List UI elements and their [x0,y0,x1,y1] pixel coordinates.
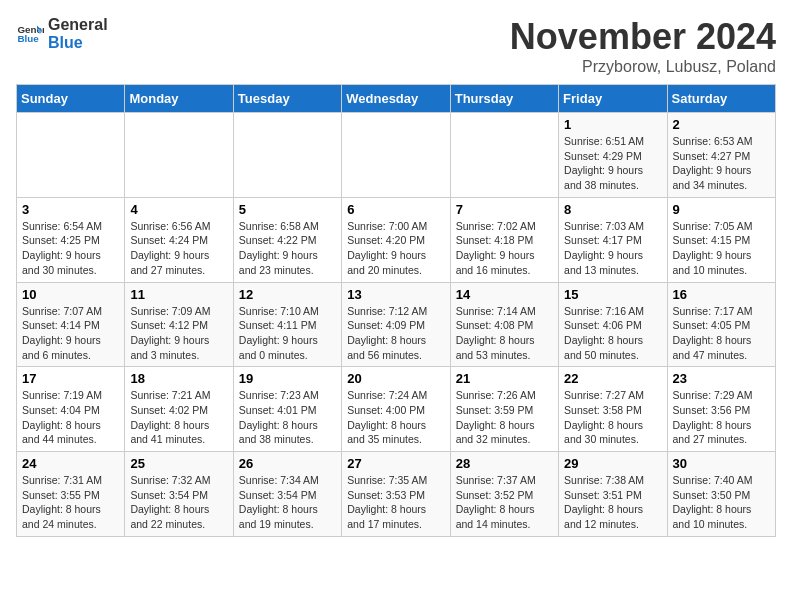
day-number: 7 [456,202,553,217]
day-number: 8 [564,202,661,217]
day-number: 20 [347,371,444,386]
calendar-cell: 19Sunrise: 7:23 AM Sunset: 4:01 PM Dayli… [233,367,341,452]
day-info: Sunrise: 7:27 AM Sunset: 3:58 PM Dayligh… [564,388,661,447]
day-number: 14 [456,287,553,302]
calendar-cell: 22Sunrise: 7:27 AM Sunset: 3:58 PM Dayli… [559,367,667,452]
day-info: Sunrise: 7:32 AM Sunset: 3:54 PM Dayligh… [130,473,227,532]
day-info: Sunrise: 7:19 AM Sunset: 4:04 PM Dayligh… [22,388,119,447]
week-row-2: 3Sunrise: 6:54 AM Sunset: 4:25 PM Daylig… [17,197,776,282]
logo-icon: General Blue [16,20,44,48]
calendar-cell: 24Sunrise: 7:31 AM Sunset: 3:55 PM Dayli… [17,452,125,537]
calendar-cell: 23Sunrise: 7:29 AM Sunset: 3:56 PM Dayli… [667,367,775,452]
day-info: Sunrise: 7:12 AM Sunset: 4:09 PM Dayligh… [347,304,444,363]
calendar-cell: 13Sunrise: 7:12 AM Sunset: 4:09 PM Dayli… [342,282,450,367]
day-number: 16 [673,287,770,302]
day-number: 13 [347,287,444,302]
week-row-5: 24Sunrise: 7:31 AM Sunset: 3:55 PM Dayli… [17,452,776,537]
day-number: 6 [347,202,444,217]
day-number: 1 [564,117,661,132]
day-info: Sunrise: 7:14 AM Sunset: 4:08 PM Dayligh… [456,304,553,363]
day-number: 28 [456,456,553,471]
day-number: 22 [564,371,661,386]
calendar-cell: 5Sunrise: 6:58 AM Sunset: 4:22 PM Daylig… [233,197,341,282]
day-number: 2 [673,117,770,132]
calendar-cell [233,113,341,198]
week-row-1: 1Sunrise: 6:51 AM Sunset: 4:29 PM Daylig… [17,113,776,198]
calendar-cell [342,113,450,198]
calendar-cell: 20Sunrise: 7:24 AM Sunset: 4:00 PM Dayli… [342,367,450,452]
calendar-cell [17,113,125,198]
logo-line2: Blue [48,34,108,52]
day-number: 11 [130,287,227,302]
calendar-cell: 30Sunrise: 7:40 AM Sunset: 3:50 PM Dayli… [667,452,775,537]
day-info: Sunrise: 7:37 AM Sunset: 3:52 PM Dayligh… [456,473,553,532]
calendar-cell: 16Sunrise: 7:17 AM Sunset: 4:05 PM Dayli… [667,282,775,367]
weekday-header-friday: Friday [559,85,667,113]
day-number: 15 [564,287,661,302]
calendar-cell: 25Sunrise: 7:32 AM Sunset: 3:54 PM Dayli… [125,452,233,537]
calendar-cell: 18Sunrise: 7:21 AM Sunset: 4:02 PM Dayli… [125,367,233,452]
day-number: 27 [347,456,444,471]
svg-text:Blue: Blue [17,33,39,44]
day-number: 25 [130,456,227,471]
calendar-cell: 21Sunrise: 7:26 AM Sunset: 3:59 PM Dayli… [450,367,558,452]
day-info: Sunrise: 6:51 AM Sunset: 4:29 PM Dayligh… [564,134,661,193]
day-number: 4 [130,202,227,217]
calendar-cell: 9Sunrise: 7:05 AM Sunset: 4:15 PM Daylig… [667,197,775,282]
day-number: 17 [22,371,119,386]
calendar-cell: 10Sunrise: 7:07 AM Sunset: 4:14 PM Dayli… [17,282,125,367]
calendar-cell: 2Sunrise: 6:53 AM Sunset: 4:27 PM Daylig… [667,113,775,198]
day-info: Sunrise: 6:56 AM Sunset: 4:24 PM Dayligh… [130,219,227,278]
weekday-header-row: SundayMondayTuesdayWednesdayThursdayFrid… [17,85,776,113]
calendar-cell: 3Sunrise: 6:54 AM Sunset: 4:25 PM Daylig… [17,197,125,282]
calendar-cell [450,113,558,198]
calendar-cell [125,113,233,198]
day-info: Sunrise: 7:40 AM Sunset: 3:50 PM Dayligh… [673,473,770,532]
day-info: Sunrise: 7:09 AM Sunset: 4:12 PM Dayligh… [130,304,227,363]
calendar-cell: 4Sunrise: 6:56 AM Sunset: 4:24 PM Daylig… [125,197,233,282]
day-number: 18 [130,371,227,386]
day-info: Sunrise: 7:10 AM Sunset: 4:11 PM Dayligh… [239,304,336,363]
calendar-cell: 1Sunrise: 6:51 AM Sunset: 4:29 PM Daylig… [559,113,667,198]
day-number: 23 [673,371,770,386]
calendar-cell: 14Sunrise: 7:14 AM Sunset: 4:08 PM Dayli… [450,282,558,367]
day-info: Sunrise: 7:35 AM Sunset: 3:53 PM Dayligh… [347,473,444,532]
week-row-3: 10Sunrise: 7:07 AM Sunset: 4:14 PM Dayli… [17,282,776,367]
day-info: Sunrise: 6:58 AM Sunset: 4:22 PM Dayligh… [239,219,336,278]
calendar-cell: 17Sunrise: 7:19 AM Sunset: 4:04 PM Dayli… [17,367,125,452]
day-info: Sunrise: 7:05 AM Sunset: 4:15 PM Dayligh… [673,219,770,278]
day-info: Sunrise: 7:03 AM Sunset: 4:17 PM Dayligh… [564,219,661,278]
calendar-cell: 29Sunrise: 7:38 AM Sunset: 3:51 PM Dayli… [559,452,667,537]
calendar-cell: 11Sunrise: 7:09 AM Sunset: 4:12 PM Dayli… [125,282,233,367]
day-info: Sunrise: 7:00 AM Sunset: 4:20 PM Dayligh… [347,219,444,278]
day-number: 3 [22,202,119,217]
day-number: 5 [239,202,336,217]
day-info: Sunrise: 7:02 AM Sunset: 4:18 PM Dayligh… [456,219,553,278]
day-info: Sunrise: 6:53 AM Sunset: 4:27 PM Dayligh… [673,134,770,193]
day-number: 21 [456,371,553,386]
logo-line1: General [48,16,108,34]
day-number: 12 [239,287,336,302]
day-info: Sunrise: 7:23 AM Sunset: 4:01 PM Dayligh… [239,388,336,447]
day-number: 30 [673,456,770,471]
day-info: Sunrise: 7:07 AM Sunset: 4:14 PM Dayligh… [22,304,119,363]
calendar-cell: 27Sunrise: 7:35 AM Sunset: 3:53 PM Dayli… [342,452,450,537]
day-info: Sunrise: 7:24 AM Sunset: 4:00 PM Dayligh… [347,388,444,447]
day-info: Sunrise: 7:16 AM Sunset: 4:06 PM Dayligh… [564,304,661,363]
week-row-4: 17Sunrise: 7:19 AM Sunset: 4:04 PM Dayli… [17,367,776,452]
day-info: Sunrise: 7:31 AM Sunset: 3:55 PM Dayligh… [22,473,119,532]
weekday-header-thursday: Thursday [450,85,558,113]
calendar-table: SundayMondayTuesdayWednesdayThursdayFrid… [16,84,776,537]
weekday-header-tuesday: Tuesday [233,85,341,113]
weekday-header-saturday: Saturday [667,85,775,113]
day-number: 29 [564,456,661,471]
day-info: Sunrise: 7:26 AM Sunset: 3:59 PM Dayligh… [456,388,553,447]
page-header: General Blue General Blue November 2024 … [16,16,776,76]
day-info: Sunrise: 7:21 AM Sunset: 4:02 PM Dayligh… [130,388,227,447]
calendar-cell: 15Sunrise: 7:16 AM Sunset: 4:06 PM Dayli… [559,282,667,367]
location-title: Przyborow, Lubusz, Poland [510,58,776,76]
logo: General Blue General Blue [16,16,108,52]
day-number: 26 [239,456,336,471]
calendar-cell: 8Sunrise: 7:03 AM Sunset: 4:17 PM Daylig… [559,197,667,282]
day-number: 10 [22,287,119,302]
